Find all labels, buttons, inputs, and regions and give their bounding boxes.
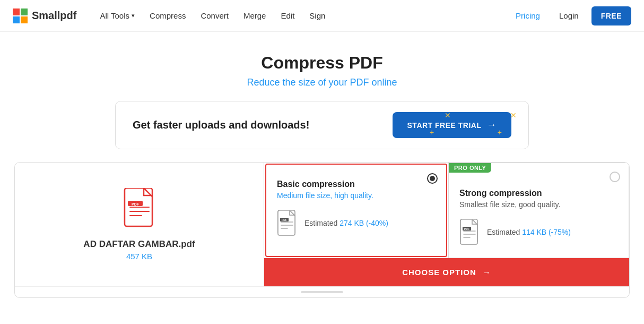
options-row: Basic compression Medium file size, high… [264, 163, 629, 258]
svg-rect-3 [21, 16, 28, 23]
compression-row: PDF AD DAFTAR GAMBAR.pdf 457 KB Basic co… [15, 163, 629, 286]
hero-section: Compress PDF Reduce the size of your PDF… [0, 32, 644, 101]
file-size: 457 KB [126, 252, 152, 261]
pro-badge: PRO ONLY [449, 163, 491, 173]
logo[interactable]: Smallpdf [13, 8, 76, 23]
nav-merge[interactable]: Merge [237, 7, 273, 24]
options-panel: Basic compression Medium file size, high… [264, 163, 629, 286]
option-strong-radio[interactable] [610, 172, 620, 182]
logo-text: Smallpdf [32, 10, 76, 22]
nav-right: Pricing Login FREE [509, 6, 631, 25]
option-strong[interactable]: PRO ONLY Strong compression Smallest fil… [448, 163, 629, 258]
nav-convert[interactable]: Convert [194, 7, 235, 24]
promo-text: Get faster uploads and downloads! [133, 119, 309, 131]
nav-all-tools[interactable]: All Tools ▾ [93, 7, 141, 24]
page-title: Compress PDF [11, 53, 633, 73]
arrow-right-icon: → [483, 268, 491, 277]
file-panel: PDF AD DAFTAR GAMBAR.pdf 457 KB [15, 163, 264, 286]
pdf-file-icon: PDF [123, 188, 156, 228]
svg-text:PDF: PDF [464, 227, 469, 231]
nav-pricing[interactable]: Pricing [509, 7, 546, 24]
star-icon-3: ✕ [510, 111, 517, 120]
star-icon-4: + [498, 128, 502, 137]
option-strong-desc: Smallest file size, good quality. [459, 200, 618, 209]
option-basic-radio[interactable] [427, 173, 438, 184]
option-strong-estimate: PDF Estimated 114 KB (-75%) [459, 219, 618, 245]
svg-text:PDF: PDF [282, 218, 287, 221]
option-basic-desc: Medium file size, high quality. [277, 191, 436, 200]
option-strong-estimate-highlight: 114 KB (-75%) [522, 228, 571, 236]
nav-edit[interactable]: Edit [274, 7, 301, 24]
option-basic-estimate-highlight: 274 KB (-40%) [340, 219, 388, 227]
main-content: PDF AD DAFTAR GAMBAR.pdf 457 KB Basic co… [14, 162, 630, 298]
file-name: AD DAFTAR GAMBAR.pdf [83, 239, 195, 250]
star-icon-1: ✕ [445, 111, 451, 120]
pdf-small-icon-strong: PDF [459, 219, 481, 245]
arrow-icon: → [487, 120, 497, 131]
nav-compress[interactable]: Compress [143, 7, 192, 24]
nav-login[interactable]: Login [553, 7, 585, 24]
nav-sign[interactable]: Sign [303, 7, 332, 24]
start-free-trial-button[interactable]: START FREE TRIAL → [393, 112, 511, 138]
chevron-down-icon: ▾ [132, 12, 135, 19]
logo-icon [13, 8, 28, 23]
scroll-area [15, 286, 629, 297]
navbar: Smallpdf All Tools ▾ Compress Convert Me… [0, 0, 644, 32]
option-strong-estimate-text: Estimated 114 KB (-75%) [487, 228, 571, 236]
pdf-icon-wrap: PDF [123, 188, 156, 231]
nav-links: All Tools ▾ Compress Convert Merge Edit … [93, 7, 509, 24]
option-basic-estimate-text: Estimated 274 KB (-40%) [304, 219, 388, 227]
svg-rect-0 [13, 8, 20, 15]
svg-rect-2 [13, 16, 20, 23]
svg-text:PDF: PDF [132, 202, 140, 206]
choose-option-button[interactable]: CHOOSE OPTION → [264, 258, 629, 286]
free-button[interactable]: FREE [591, 6, 631, 25]
scroll-bar [301, 291, 343, 293]
option-basic-title: Basic compression [277, 180, 436, 189]
option-basic[interactable]: Basic compression Medium file size, high… [265, 164, 447, 257]
pdf-small-icon-basic: PDF [277, 210, 298, 236]
option-strong-title: Strong compression [459, 189, 618, 198]
star-icon-2: + [430, 128, 434, 137]
hero-subtitle: Reduce the size of your PDF online [11, 77, 633, 88]
promo-banner: ✕ + ✕ + Get faster uploads and downloads… [115, 101, 529, 149]
svg-rect-1 [21, 8, 28, 15]
option-basic-estimate: PDF Estimated 274 KB (-40%) [277, 210, 436, 236]
